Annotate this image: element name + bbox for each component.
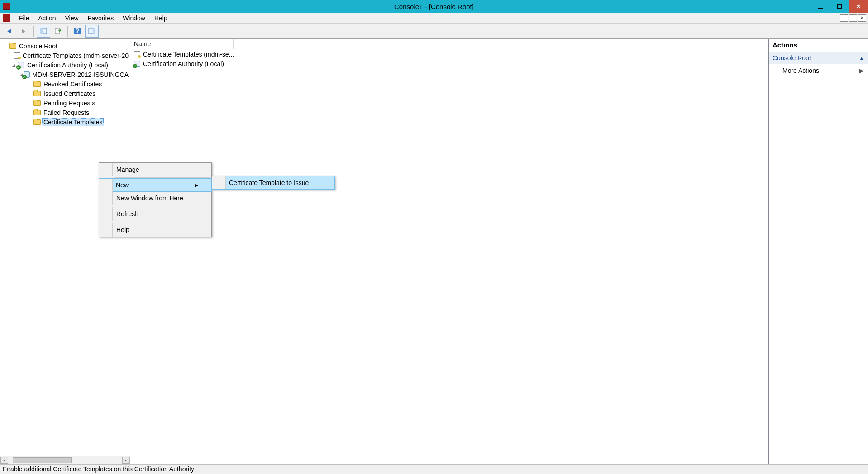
tree-label: Failed Requests: [42, 109, 91, 117]
actions-item-label: More Actions: [782, 67, 819, 74]
menu-item-label: Refresh: [116, 210, 138, 218]
svg-rect-4: [55, 28, 60, 34]
console-tree[interactable]: Console Root Certificate Templates (mdm-…: [0, 39, 130, 456]
context-menu-item-help[interactable]: Help: [99, 223, 211, 237]
menu-help[interactable]: Help: [150, 14, 172, 23]
tree-node-certificate-templates[interactable]: Certificate Templates: [2, 117, 130, 127]
menu-file[interactable]: File: [14, 14, 34, 23]
status-bar: Enable additional Certificate Templates …: [0, 464, 868, 474]
tree-label: Certification Authority (Local): [26, 61, 110, 69]
window-controls: [811, 0, 868, 13]
svg-rect-8: [93, 28, 95, 34]
show-hide-action-pane-button[interactable]: [85, 25, 99, 38]
toolbar: ?: [0, 24, 868, 39]
menu-item-label: Certificate Template to Issue: [229, 179, 309, 186]
tree-node-failed[interactable]: Failed Requests: [2, 108, 130, 117]
close-button[interactable]: [849, 0, 868, 13]
tree-node-revoked[interactable]: Revoked Certificates: [2, 79, 130, 89]
svg-text:?: ?: [76, 28, 80, 34]
scroll-track[interactable]: [8, 457, 122, 464]
actions-panel: Actions Console Root ▲ More Actions ▶: [768, 39, 868, 464]
collapse-icon: ▲: [859, 56, 864, 61]
show-hide-tree-button[interactable]: [37, 25, 50, 38]
list-item[interactable]: Certification Authority (Local): [130, 59, 768, 68]
toolbar-separator: [67, 26, 68, 37]
scroll-left-button[interactable]: ◂: [0, 457, 8, 464]
actions-item-more-actions[interactable]: More Actions ▶: [769, 64, 868, 77]
actions-header: Actions: [769, 39, 868, 52]
tree-node-pending[interactable]: Pending Requests: [2, 98, 130, 108]
minimize-button[interactable]: [811, 0, 830, 13]
tree-label: MDM-SERVER-2012-ISSUINGCA: [31, 71, 130, 79]
column-header-name[interactable]: Name: [130, 39, 234, 49]
folder-icon: [33, 109, 41, 116]
menu-window[interactable]: Window: [118, 14, 150, 23]
tree-node-console-root[interactable]: Console Root: [2, 41, 130, 51]
help-icon: ?: [74, 28, 81, 35]
tree-panel: Console Root Certificate Templates (mdm-…: [0, 39, 130, 464]
column-header-empty[interactable]: [234, 39, 768, 49]
list-item[interactable]: Certificate Templates (mdm-se...: [130, 49, 768, 59]
main-area: Console Root Certificate Templates (mdm-…: [0, 39, 868, 464]
tree-label: Pending Requests: [42, 99, 96, 107]
status-text: Enable additional Certificate Templates …: [3, 465, 194, 473]
menu-separator: [114, 206, 210, 206]
content-list[interactable]: Certificate Templates (mdm-se... Certifi…: [130, 49, 768, 464]
folder-icon: [33, 90, 41, 97]
menu-gutter: [99, 163, 113, 176]
folder-icon: [9, 43, 17, 50]
export-icon: [54, 28, 62, 35]
menu-view[interactable]: View: [60, 14, 83, 23]
context-menu: Manage New ▶ New Window from Here Refres…: [99, 162, 212, 237]
context-menu-item-cert-template-to-issue[interactable]: Certificate Template to Issue: [212, 176, 335, 190]
help-button[interactable]: ?: [71, 25, 84, 38]
cert-template-icon: [133, 51, 141, 58]
tree-label: Certificate Templates (mdm-server-20: [21, 52, 130, 60]
list-item-label: Certificate Templates (mdm-se...: [143, 51, 234, 58]
tree-label: Revoked Certificates: [42, 80, 103, 88]
menu-bar: File Action View Favorites Window Help _…: [0, 13, 868, 24]
app-icon: [3, 3, 10, 10]
context-menu-item-new[interactable]: New ▶: [99, 178, 212, 192]
scroll-right-button[interactable]: ▸: [122, 457, 130, 464]
menu-item-label: New Window from Here: [116, 194, 183, 202]
window-title: Console1 - [Console Root]: [394, 3, 474, 10]
context-menu-item-manage[interactable]: Manage: [99, 163, 211, 176]
tree-node-ca-server[interactable]: MDM-SERVER-2012-ISSUINGCA: [2, 70, 130, 79]
toolbar-separator: [33, 26, 34, 37]
mdi-restore-button[interactable]: □: [849, 14, 857, 22]
menu-gutter: [99, 223, 113, 237]
scroll-thumb[interactable]: [13, 457, 72, 463]
svg-rect-0: [818, 8, 823, 9]
maximize-button[interactable]: [830, 0, 849, 13]
actions-section-console-root[interactable]: Console Root ▲: [769, 52, 868, 64]
menu-separator: [114, 177, 210, 178]
context-submenu-new: Certificate Template to Issue: [212, 176, 335, 190]
forward-button[interactable]: [17, 25, 31, 38]
context-menu-item-refresh[interactable]: Refresh: [99, 207, 211, 221]
tree-label: Certificate Templates: [42, 118, 104, 126]
svg-rect-3: [40, 28, 43, 34]
tree-node-issued[interactable]: Issued Certificates: [2, 89, 130, 98]
menu-favorites[interactable]: Favorites: [83, 14, 119, 23]
mdi-app-icon[interactable]: [3, 14, 10, 22]
export-list-button[interactable]: [51, 25, 65, 38]
arrow-left-icon: [5, 28, 14, 34]
back-button[interactable]: [3, 25, 16, 38]
content-header: Name: [130, 39, 768, 49]
expand-collapse-icon[interactable]: [10, 62, 17, 67]
chevron-right-icon: ▶: [859, 67, 864, 74]
horizontal-scrollbar[interactable]: ◂ ▸: [0, 456, 130, 464]
tree-node-ca-local[interactable]: Certification Authority (Local): [2, 60, 130, 70]
tree-node-cert-templates-snapin[interactable]: Certificate Templates (mdm-server-20: [2, 51, 130, 60]
content-panel: Name Certificate Templates (mdm-se... Ce…: [130, 39, 768, 464]
menu-separator: [114, 222, 210, 222]
folder-icon: [33, 81, 41, 88]
mdi-close-button[interactable]: ✕: [858, 14, 866, 22]
panel-icon: [40, 28, 47, 35]
context-menu-item-new-window[interactable]: New Window from Here: [99, 191, 211, 205]
mdi-minimize-button[interactable]: _: [840, 14, 848, 22]
menu-action[interactable]: Action: [34, 14, 61, 23]
menu-gutter: [99, 179, 113, 191]
menu-item-label: Help: [116, 226, 129, 233]
